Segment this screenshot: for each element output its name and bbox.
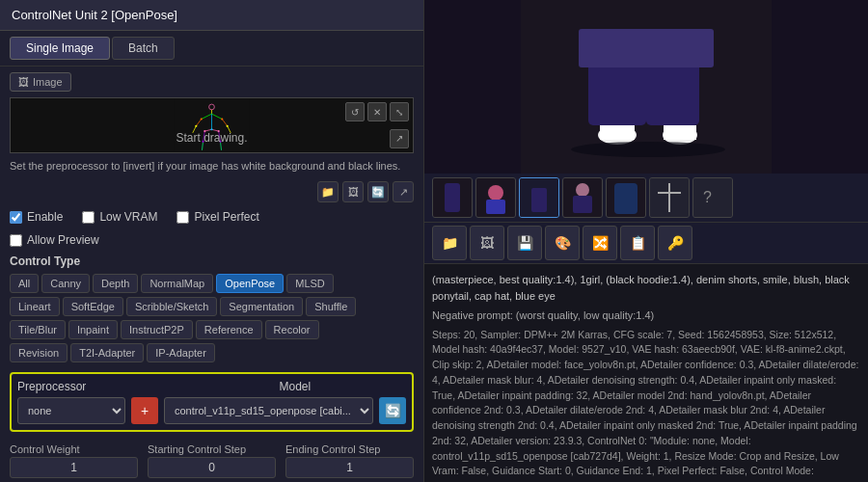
- control-weight-value: 1: [10, 457, 138, 478]
- pm-controls: none + control_v11p_sd15_openpose [cabi.…: [17, 397, 406, 424]
- svg-text:?: ?: [703, 189, 712, 205]
- ctrl-instructp2p[interactable]: InstructP2P: [121, 320, 193, 339]
- ctrl-inpaint[interactable]: Inpaint: [68, 320, 118, 339]
- description-text: Set the preprocessor to [invert] if your…: [0, 153, 423, 179]
- ending-step-value: 1: [285, 457, 414, 478]
- enable-checkbox-item[interactable]: Enable: [10, 210, 63, 224]
- svg-point-17: [221, 118, 223, 120]
- svg-rect-43: [531, 188, 547, 212]
- action-key-btn[interactable]: 🔑: [658, 226, 692, 260]
- toolbar-send-icon[interactable]: ↗: [393, 181, 414, 202]
- toolbar-refresh-icon[interactable]: 🔄: [367, 181, 389, 202]
- svg-point-19: [227, 125, 229, 127]
- model-label: Model: [280, 380, 407, 397]
- canvas-reset-btn[interactable]: ↺: [345, 102, 365, 121]
- checkboxes-row: Enable Low VRAM Pixel Perfect: [0, 204, 423, 229]
- thumbnail-4[interactable]: [562, 177, 603, 218]
- canvas-area[interactable]: ↺ ✕ ⤡ ↗ Start drawing.: [10, 97, 414, 153]
- ctrl-normalmap[interactable]: NormalMap: [141, 274, 213, 293]
- tab-batch[interactable]: Batch: [112, 37, 175, 60]
- starting-step-label: Starting Control Step: [148, 443, 276, 455]
- low-vram-checkbox[interactable]: [82, 211, 95, 224]
- svg-rect-36: [772, 0, 868, 174]
- tabs-row: Single Image Batch: [0, 31, 423, 67]
- control-type-row-4: Revision T2I-Adapter IP-Adapter: [0, 341, 423, 364]
- ctrl-depth[interactable]: Depth: [93, 274, 138, 293]
- ctrl-revision[interactable]: Revision: [10, 343, 68, 362]
- thumbnail-5[interactable]: [606, 177, 646, 218]
- canvas-expand-btn[interactable]: ⤡: [390, 102, 409, 121]
- right-panel: ? 📁 🖼 💾 🎨 🔀 📋 🔑 (masterpiece, best quali…: [424, 0, 868, 482]
- thumbnail-6[interactable]: [649, 177, 690, 218]
- weights-row: Control Weight 1 Starting Control Step 0…: [0, 440, 423, 482]
- action-image-btn[interactable]: 🖼: [470, 226, 504, 260]
- image-section: 🖼 Image: [0, 67, 423, 97]
- ctrl-all[interactable]: All: [10, 274, 39, 293]
- ctrl-lineart[interactable]: Lineart: [10, 297, 60, 316]
- toolbar-upload-icon[interactable]: 📁: [317, 181, 339, 202]
- low-vram-checkbox-item[interactable]: Low VRAM: [82, 210, 157, 224]
- svg-rect-29: [579, 29, 714, 67]
- thumbnail-7[interactable]: ?: [692, 177, 733, 218]
- toolbar-image-icon[interactable]: 🖼: [342, 181, 364, 202]
- pixel-perfect-checkbox-item[interactable]: Pixel Perfect: [176, 210, 258, 224]
- ctrl-ip-adapter[interactable]: IP-Adapter: [147, 343, 215, 362]
- ctrl-softedge[interactable]: SoftEdge: [63, 297, 123, 316]
- ctrl-openpose[interactable]: OpenPose: [216, 274, 284, 293]
- allow-preview-checkbox[interactable]: [10, 234, 22, 247]
- svg-rect-35: [424, 0, 521, 174]
- svg-rect-41: [486, 200, 505, 214]
- thumbnail-1[interactable]: [432, 177, 473, 218]
- refresh-model-btn[interactable]: 🔄: [379, 397, 406, 424]
- starting-step-value: 0: [148, 457, 276, 478]
- ctrl-t2i[interactable]: T2I-Adapter: [70, 343, 144, 362]
- ctrl-recolor[interactable]: Recolor: [265, 320, 319, 339]
- thumbnail-2[interactable]: [475, 177, 516, 218]
- ctrl-canny[interactable]: Canny: [41, 274, 90, 293]
- ctrl-shuffle[interactable]: Shuffle: [306, 297, 356, 316]
- action-save-btn[interactable]: 💾: [507, 226, 542, 260]
- action-strip: 📁 🖼 💾 🎨 🔀 📋 🔑: [424, 223, 868, 264]
- pixel-perfect-label: Pixel Perfect: [194, 210, 258, 224]
- allow-preview-row: Allow Preview: [0, 229, 423, 251]
- anime-preview: [424, 0, 868, 174]
- control-type-label: Control Type: [0, 251, 423, 272]
- ctrl-mlsd[interactable]: MLSD: [286, 274, 334, 293]
- starting-step-item: Starting Control Step 0: [148, 443, 276, 478]
- canvas-text: Start drawing.: [176, 131, 247, 145]
- action-share-btn[interactable]: 🔀: [583, 226, 617, 260]
- svg-rect-48: [614, 183, 637, 214]
- allow-preview-label: Allow Preview: [27, 233, 99, 247]
- canvas-clear-btn[interactable]: ✕: [367, 102, 387, 121]
- preprocessor-select[interactable]: none: [17, 397, 125, 424]
- ending-step-item: Ending Control Step 1: [285, 443, 414, 478]
- action-palette-btn[interactable]: 🎨: [545, 226, 580, 260]
- image-preview-area: [424, 0, 868, 174]
- image-label-btn[interactable]: 🖼 Image: [10, 72, 71, 92]
- thumbnail-strip: ?: [424, 174, 868, 223]
- model-select[interactable]: control_v11p_sd15_openpose [cabi...: [164, 397, 373, 424]
- add-preprocessor-btn[interactable]: +: [131, 397, 158, 424]
- panel-title: ControlNet Unit 2 [OpenPose]: [0, 0, 423, 31]
- ending-step-label: Ending Control Step: [285, 443, 414, 455]
- left-panel: ControlNet Unit 2 [OpenPose] Single Imag…: [0, 0, 424, 482]
- pixel-perfect-checkbox[interactable]: [176, 211, 189, 224]
- image-btn-label: Image: [33, 76, 63, 88]
- ctrl-reference[interactable]: Reference: [196, 320, 262, 339]
- enable-checkbox[interactable]: [10, 211, 22, 224]
- canvas-fullscreen-btn[interactable]: ↗: [390, 129, 409, 148]
- allow-preview-checkbox-item[interactable]: Allow Preview: [10, 233, 414, 247]
- params-text: Steps: 20, Sampler: DPM++ 2M Karras, CFG…: [432, 328, 860, 483]
- ctrl-scribble[interactable]: Scribble/Sketch: [126, 297, 217, 316]
- svg-rect-46: [573, 196, 592, 213]
- ctrl-tile[interactable]: Tile/Blur: [10, 320, 66, 339]
- action-folder-btn[interactable]: 📁: [432, 226, 467, 260]
- svg-rect-33: [664, 125, 696, 140]
- tab-single-image[interactable]: Single Image: [10, 37, 110, 60]
- control-type-row-2: Lineart SoftEdge Scribble/Sketch Segment…: [0, 295, 423, 318]
- control-weight-label: Control Weight: [10, 443, 138, 455]
- thumbnail-3[interactable]: [519, 177, 559, 218]
- ctrl-segmentation[interactable]: Segmentation: [220, 297, 303, 316]
- preprocessor-model-section: Preprocessor Model none + control_v11p_s…: [10, 372, 414, 432]
- action-clip-btn[interactable]: 📋: [620, 226, 655, 260]
